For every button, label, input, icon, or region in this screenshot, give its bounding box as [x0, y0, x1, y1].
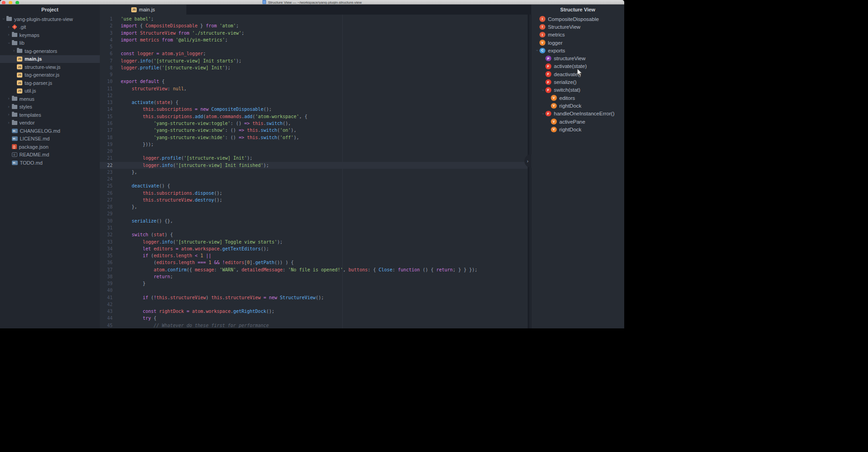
tree-item-license-md[interactable]: M↓LICENSE.md	[0, 135, 100, 143]
code-line-6[interactable]: 6const logger = atom.yin_logger;	[100, 50, 528, 57]
code-line-11[interactable]: 11 structureView: null,	[100, 85, 528, 92]
code-line-36[interactable]: 36 (editors.length === 1 && !editors[0].…	[100, 259, 528, 266]
code-line-13[interactable]: 13 activate(state) {	[100, 99, 528, 106]
code-line-5[interactable]: 5	[100, 43, 528, 50]
chevron-right-icon[interactable]: ›	[7, 113, 11, 117]
line-content	[113, 224, 121, 231]
code-line-41[interactable]: 41 if (!this.structureView) this.structu…	[100, 294, 528, 301]
code-line-42[interactable]: 42	[100, 301, 528, 308]
tree-item-menus[interactable]: ›menus	[0, 95, 100, 103]
structure-item-compositedisposable[interactable]: ›ICompositeDisposable	[531, 15, 624, 23]
code-line-31[interactable]: 31	[100, 224, 528, 231]
project-panel-header: Project	[0, 5, 100, 15]
code-line-7[interactable]: 7logger.info('[structure-view] Init star…	[100, 57, 528, 64]
tree-item-changelog-md[interactable]: M↓CHANGELOG.md	[0, 127, 100, 135]
tree-item-tag-generator-js[interactable]: JStag-generator.js	[0, 71, 100, 79]
tree-item-styles[interactable]: ›styles	[0, 103, 100, 111]
chevron-right-icon[interactable]: ›	[7, 25, 11, 29]
code-line-21[interactable]: 21 logger.profile('[structure-view] Init…	[100, 155, 528, 161]
code-line-24[interactable]: 24	[100, 176, 528, 182]
code-line-16[interactable]: 16 'yang-structure-view:toggle': () => t…	[100, 120, 528, 127]
chevron-right-icon[interactable]: ›	[7, 121, 11, 125]
structure-item-editors[interactable]: ›Veditors	[531, 94, 624, 102]
tree-item-templates[interactable]: ›templates	[0, 111, 100, 119]
structure-item-structureview[interactable]: ›PstructureView	[531, 54, 624, 62]
markdown-file-icon: M↓	[12, 136, 18, 141]
tree-item-yang-plugin-structure-view[interactable]: ›yang-plugin-structure-view	[0, 15, 100, 23]
chevron-down-icon[interactable]: ›	[541, 111, 545, 116]
code-line-12[interactable]: 12	[100, 92, 528, 99]
line-number: 15	[100, 113, 113, 120]
code-editor[interactable]: 1'use babel';2import { CompositeDisposab…	[100, 15, 528, 328]
tree-item-tag-generators[interactable]: ›tag-generators	[0, 47, 100, 55]
code-line-38[interactable]: 38 return;	[100, 273, 528, 280]
structure-item-handleoneinstanceerror-[interactable]: ›FhandleOneInstanceError()	[531, 110, 624, 118]
tree-item-util-js[interactable]: JSutil.js	[0, 87, 100, 95]
chevron-down-icon[interactable]: ›	[1, 17, 5, 21]
tree-item--git[interactable]: ›.git	[0, 23, 100, 31]
code-line-30[interactable]: 30 serialize() {},	[100, 218, 528, 224]
tree-item-readme-md[interactable]: ≡README.md	[0, 151, 100, 159]
code-line-15[interactable]: 15 this.subscriptions.add(atom.commands.…	[100, 113, 528, 120]
code-line-10[interactable]: 10export default {	[100, 78, 528, 85]
structure-item-activepane[interactable]: ›VactivePane	[531, 118, 624, 125]
code-line-22[interactable]: 22 logger.info('[structure-view] Init fi…	[100, 162, 528, 169]
tree-item-main-js[interactable]: JSmain.js	[0, 55, 100, 63]
structure-item-structureview[interactable]: ›IStructureView	[531, 23, 624, 31]
structure-item-logger[interactable]: ›Vlogger	[531, 39, 624, 47]
chevron-down-icon[interactable]: ›	[535, 48, 539, 53]
code-line-8[interactable]: 8logger.profile('[structure-view] Init')…	[100, 64, 528, 71]
line-number: 22	[100, 162, 113, 169]
code-line-35[interactable]: 35 if (editors.length < 1 ||	[100, 252, 528, 259]
code-line-4[interactable]: 4import metrics from '@ali/yin-metrics';	[100, 36, 528, 43]
title-bar[interactable]: Structure View — ~/workspace/yang-plugin…	[0, 0, 624, 5]
code-line-26[interactable]: 26 this.subscriptions.dispose();	[100, 190, 528, 197]
code-line-2[interactable]: 2import { CompositeDisposable } from 'at…	[100, 22, 528, 29]
chevron-right-icon[interactable]: ›	[7, 105, 11, 109]
code-line-28[interactable]: 28 },	[100, 203, 528, 210]
chevron-down-icon[interactable]: ›	[541, 87, 545, 93]
tree-item-lib[interactable]: ›lib	[0, 39, 100, 47]
chevron-right-icon[interactable]: ›	[12, 49, 16, 53]
code-line-37[interactable]: 37 atom.confirm({ message: 'WARN', detai…	[100, 266, 528, 273]
code-line-25[interactable]: 25 deactivate() {	[100, 182, 528, 189]
tree-item-todo-md[interactable]: M↓TODO.md	[0, 159, 100, 167]
code-line-3[interactable]: 3import StructureView from './structure-…	[100, 30, 528, 36]
code-line-20[interactable]: 20	[100, 148, 528, 155]
code-line-19[interactable]: 19 }));	[100, 141, 528, 148]
structure-item-rightdock[interactable]: ›VrightDock	[531, 125, 624, 133]
chevron-right-icon[interactable]: ›	[7, 97, 11, 101]
tree-item-tag-parser-js[interactable]: JStag-parser.js	[0, 79, 100, 87]
line-number: 37	[100, 266, 113, 273]
tab-main-js[interactable]: JS main.js	[100, 5, 186, 15]
structure-item-switch-stat-[interactable]: ›Fswitch(stat)	[531, 86, 624, 94]
code-line-14[interactable]: 14 this.subscriptions = new CompositeDis…	[100, 106, 528, 113]
structure-item-rightdock[interactable]: ›VrightDock	[531, 102, 624, 109]
tree-item-vendor[interactable]: ›vendor	[0, 119, 100, 127]
code-line-39[interactable]: 39 }	[100, 280, 528, 287]
code-line-29[interactable]: 29	[100, 210, 528, 217]
code-line-27[interactable]: 27 this.structureView.destroy();	[100, 197, 528, 203]
code-line-45[interactable]: 45 // Whatever do these first for perfor…	[100, 322, 528, 328]
code-line-1[interactable]: 1'use babel';	[100, 16, 528, 22]
code-line-18[interactable]: 18 'yang-structure-view:hide': () => thi…	[100, 134, 528, 141]
structure-item-metrics[interactable]: ›Imetrics	[531, 31, 624, 39]
tree-item-structure-view-js[interactable]: JSstructure-view.js	[0, 63, 100, 71]
structure-item-serialize-[interactable]: ›Fserialize()	[531, 78, 624, 86]
chevron-right-icon: ›	[526, 159, 529, 164]
code-line-44[interactable]: 44 try {	[100, 315, 528, 322]
chevron-right-icon[interactable]: ›	[7, 33, 11, 37]
code-line-9[interactable]: 9	[100, 71, 528, 78]
code-line-33[interactable]: 33 logger.info('[structure-view] Toggle …	[100, 239, 528, 245]
structure-item-exports[interactable]: ›Cexports	[531, 47, 624, 54]
code-line-23[interactable]: 23 },	[100, 169, 528, 176]
code-line-32[interactable]: 32 switch (stat) {	[100, 231, 528, 238]
code-line-40[interactable]: 40	[100, 287, 528, 294]
tree-item-keymaps[interactable]: ›keymaps	[0, 31, 100, 39]
js-file-icon: JS	[17, 57, 22, 62]
chevron-down-icon[interactable]: ›	[7, 41, 11, 45]
code-line-43[interactable]: 43 const rightDock = atom.workspace.getR…	[100, 308, 528, 315]
code-line-17[interactable]: 17 'yang-structure-view:show': () => thi…	[100, 127, 528, 134]
tree-item-package-json[interactable]: {}package.json	[0, 143, 100, 151]
code-line-34[interactable]: 34 let editors = atom.workspace.getTextE…	[100, 245, 528, 252]
